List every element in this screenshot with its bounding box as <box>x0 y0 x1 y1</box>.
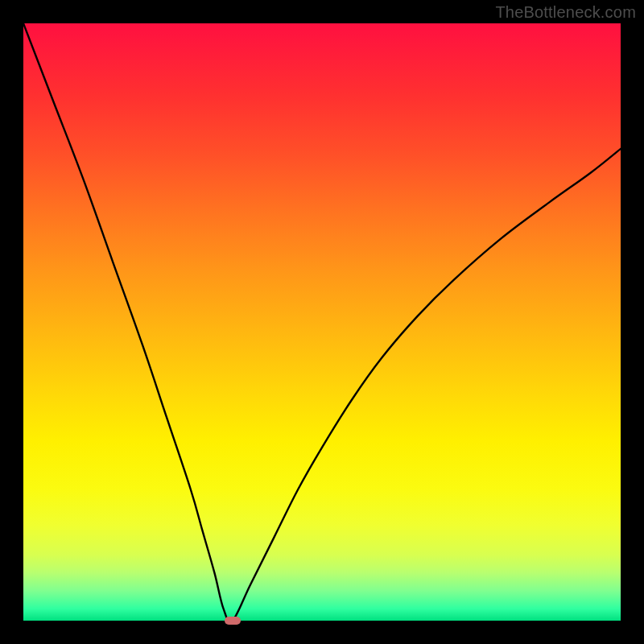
watermark-text: TheBottleneck.com <box>495 3 636 22</box>
plot-area <box>23 23 621 621</box>
minimum-point-marker <box>225 617 241 625</box>
bottleneck-curve <box>23 23 621 621</box>
chart-frame: TheBottleneck.com <box>0 0 644 644</box>
